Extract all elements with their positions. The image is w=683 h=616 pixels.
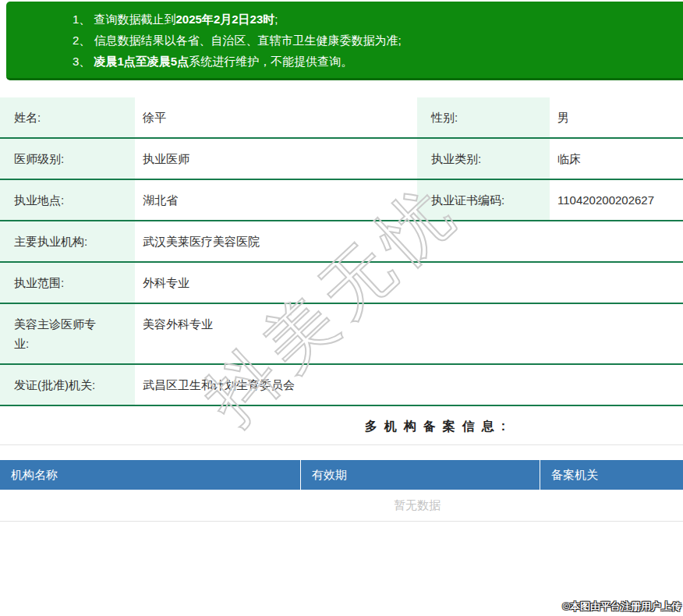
empty-data-row: 暂无数据 (0, 490, 683, 522)
field-value-main-institution: 武汉美莱医疗美容医院 (135, 221, 683, 261)
notice-line-1: 1、 查询数据截止到2025年2月2日23时; (73, 9, 683, 30)
notice-line-2: 2、 信息数据结果以各省、自治区、直辖市卫生健康委数据为准; (73, 30, 683, 51)
field-value-doctor-level: 执业医师 (135, 139, 417, 179)
field-value-practice-type: 临床 (550, 139, 683, 179)
field-value-issuing-authority: 武昌区卫生和计划生育委员会 (135, 365, 683, 405)
field-value-certificate-no: 110420200202627 (550, 180, 683, 220)
field-label-cosmetic-specialty: 美容主诊医师专业: (0, 304, 135, 363)
field-value-cosmetic-specialty: 美容外科专业 (135, 304, 683, 363)
table-row: 主要执业机构: 武汉美莱医疗美容医院 (0, 221, 683, 263)
field-label-name: 姓名: (0, 97, 135, 137)
field-label-gender: 性别: (417, 97, 550, 137)
divider (0, 444, 683, 445)
table-row: 执业范围: 外科专业 (0, 263, 683, 304)
license-query-result-page: 1、 查询数据截止到2025年2月2日23时; 2、 信息数据结果以各省、自治区… (0, 0, 683, 616)
field-label-certificate-no: 执业证书编码: (417, 180, 550, 220)
field-label-practice-type: 执业类别: (417, 139, 550, 179)
field-label-practice-scope: 执业范围: (0, 263, 135, 303)
notice-box: 1、 查询数据截止到2025年2月2日23时; 2、 信息数据结果以各省、自治区… (6, 2, 683, 80)
field-value-practice-scope: 外科专业 (135, 263, 683, 303)
filing-section-title: 多机构备案信息: (0, 419, 683, 434)
filing-table: 机构名称 有效期 备案机关 暂无数据 (0, 460, 683, 522)
field-label-doctor-level: 医师级别: (0, 139, 135, 179)
field-label-main-institution: 主要执业机构: (0, 221, 135, 261)
filing-table-header: 机构名称 有效期 备案机关 (0, 460, 683, 490)
field-value-practice-place: 湖北省 (135, 180, 417, 220)
notice-line-3: 3、 凌晨1点至凌晨5点系统进行维护，不能提供查询。 (73, 51, 683, 72)
column-header-filing-authority: 备案机关 (540, 460, 683, 490)
table-row: 姓名: 徐平 性别: 男 (0, 97, 683, 139)
column-header-validity-period: 有效期 (301, 460, 540, 490)
column-header-institution-name: 机构名称 (0, 460, 301, 490)
table-row: 执业地点: 湖北省 执业证书编码: 110420200202627 (0, 180, 683, 221)
field-label-issuing-authority: 发证(批准)机关: (0, 365, 135, 405)
field-label-practice-place: 执业地点: (0, 180, 135, 220)
table-row: 美容主诊医师专业: 美容外科专业 (0, 304, 683, 365)
table-row: 医师级别: 执业医师 执业类别: 临床 (0, 139, 683, 180)
doctor-info-table: 姓名: 徐平 性别: 男 医师级别: 执业医师 执业类别: 临床 执业地点: 湖… (0, 97, 683, 406)
table-row: 发证(批准)机关: 武昌区卫生和计划生育委员会 (0, 365, 683, 406)
field-value-gender: 男 (550, 97, 683, 137)
field-value-name: 徐平 (135, 97, 417, 137)
page-content: 1、 查询数据截止到2025年2月2日23时; 2、 信息数据结果以各省、自治区… (0, 2, 683, 616)
